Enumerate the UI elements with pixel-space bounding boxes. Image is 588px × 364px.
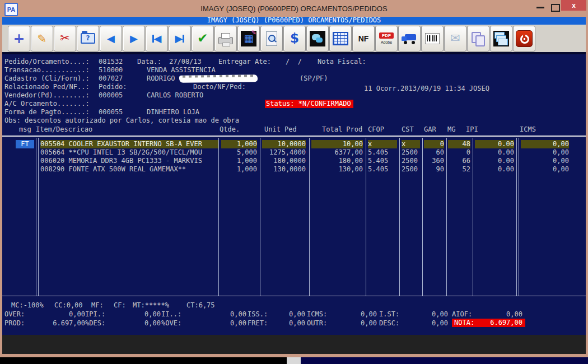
item-unit: 130,0000 <box>262 165 306 174</box>
arrow-left-icon: ◀ <box>107 34 115 44</box>
icms-label: ICMS: <box>307 310 327 319</box>
app-icon: PA <box>4 3 18 16</box>
arrow-right-bar-icon: ▶ <box>175 34 183 44</box>
item-gar: 90 <box>424 165 444 174</box>
item-gar: 0 <box>424 140 444 148</box>
nf-button[interactable]: NF <box>352 26 375 52</box>
iss-value: 0,00 <box>270 310 305 319</box>
metric-mc: MC:-100% <box>11 301 44 310</box>
next-record-button[interactable]: ▶ <box>123 26 145 52</box>
metric-ct: CT:6,75 <box>186 301 215 310</box>
window-title: IMAGY (JOSEQ) (P0600PED) ORCAMENTOS/PEDI… <box>0 4 588 13</box>
maximize-button[interactable] <box>551 4 560 12</box>
forma-pagto-desc: DINHEIRO LOJA <box>147 108 199 116</box>
table-row[interactable]: 008290 FONTE ATX 500W REAL GAMEMAX** 1,0… <box>2 165 586 174</box>
copy-button[interactable] <box>467 26 489 52</box>
confirm-button[interactable]: ✔ <box>192 26 214 52</box>
col-header-ipi: IPI <box>466 125 478 134</box>
item-code-desc: 006020 MEMORIA DDR3 4GB PC1333 - MARKVIS <box>40 157 218 165</box>
item-code-desc: 005664 **CPU INTEL I3 SB/2G/500/TECL/MOU <box>40 148 218 157</box>
summary-separator <box>2 296 586 296</box>
plus-page-icon: + <box>13 31 25 45</box>
application-window: PA IMAGY (JOSEQ) (P0600PED) ORCAMENTOS/P… <box>0 0 588 364</box>
cut-button[interactable]: ✂ <box>54 26 76 52</box>
table-row[interactable]: 005504 COOLER EXAUSTOR INTERNO SB-A EVER… <box>2 140 586 148</box>
pedido-value[interactable]: 081532 <box>99 58 123 66</box>
entregar-value[interactable]: / / <box>286 58 302 66</box>
item-mg: 48 <box>448 140 470 148</box>
transacao-value[interactable]: 510000 <box>99 66 123 74</box>
exit-button[interactable] <box>513 26 535 52</box>
item-cfop: 5.405 <box>368 165 397 174</box>
envelope-icon: ✉ <box>450 32 460 44</box>
bar-icon <box>183 35 184 43</box>
open-search-button[interactable]: ? <box>77 26 99 52</box>
col-header-total: Total Prod <box>322 125 362 134</box>
item-cst: x <box>402 140 420 148</box>
col-header-unit: Unit Ped <box>264 125 297 134</box>
cascade-windows-button[interactable] <box>490 26 512 52</box>
edit-record-button[interactable]: ✎ <box>31 26 53 52</box>
spreadsheet-button[interactable] <box>329 26 352 52</box>
metric-mf: MF: <box>91 301 104 310</box>
status-badge: Status: *N/CONFIRMADO <box>265 100 353 108</box>
item-ipi: 0.00 <box>475 165 514 174</box>
metric-cc: CC:0,00 <box>54 301 83 310</box>
ipi-label: IPI.: <box>85 310 105 319</box>
background-window-dark <box>0 357 287 364</box>
item-icms: 0,00 <box>521 157 569 165</box>
table-row[interactable]: 006020 MEMORIA DDR3 4GB PC1333 - MARKVIS… <box>2 157 586 165</box>
mail-button[interactable]: ✉ <box>444 26 466 52</box>
truck-icon <box>402 33 417 44</box>
relacionado-pedido-label: Pedido: <box>99 83 127 91</box>
os-titlebar: PA IMAGY (JOSEQ) (P0600PED) ORCAMENTOS/P… <box>0 0 588 17</box>
pedido-label: Pedido/Orcamento....: <box>4 58 90 66</box>
metric-mt: MT:*****% <box>133 301 169 310</box>
item-total: 6377,00 <box>311 148 363 157</box>
vendedor-value[interactable]: 000005 <box>99 91 123 100</box>
pdf-button[interactable]: PDF Adobe <box>375 26 398 52</box>
close-button[interactable]: x <box>561 0 586 11</box>
search-document-button[interactable] <box>260 26 283 52</box>
adobe-label: Adobe <box>381 40 392 44</box>
cadastro-value[interactable]: 007027 <box>99 74 123 83</box>
scissors-icon: ✂ <box>60 32 70 44</box>
chat-bubbles-icon <box>310 31 325 46</box>
data-value[interactable]: 27/08/13 <box>169 58 202 66</box>
ove-value: 0,00 <box>185 319 246 328</box>
table-row[interactable]: 005664 **CPU INTEL I3 SB/2G/500/TECL/MOU… <box>2 148 586 157</box>
forma-pagto-value[interactable]: 000055 <box>99 108 123 116</box>
print-button[interactable] <box>214 26 237 52</box>
minimize-button[interactable] <box>536 7 544 8</box>
item-cfop: x <box>368 140 397 148</box>
item-cst: 2500 <box>402 165 420 174</box>
outr-value: 0,00 <box>330 319 377 328</box>
cadastro-tipo: (SP/PF) <box>300 74 328 83</box>
forma-pagto-label: Forma de Pagto......: <box>4 108 90 116</box>
cadastro-name: RODRIGO <box>147 74 175 83</box>
calculator-icon: ▦ ✎ <box>241 31 256 46</box>
first-record-button[interactable]: ◀ <box>146 26 168 52</box>
calculator-button[interactable]: ▦ ✎ <box>237 26 260 52</box>
chat-button[interactable] <box>306 26 329 52</box>
col-header-gar: GAR <box>424 125 436 134</box>
check-icon: ✔ <box>197 32 208 45</box>
item-mg: 52 <box>448 165 470 174</box>
barcode-button[interactable] <box>421 26 444 52</box>
transacao-desc: VENDA ASSISTENCIA <box>147 66 216 74</box>
money-button[interactable]: $ <box>283 26 306 52</box>
last-record-button[interactable]: ▶ <box>169 26 191 52</box>
redaction-blob <box>179 74 258 82</box>
inner-titlebar: IMAGY (JOSEQ) (P0600PED) ORCAMENTOS/PEDI… <box>2 17 586 25</box>
item-unit: 10,0000 <box>262 140 306 148</box>
ist-label: I.ST: <box>379 310 399 319</box>
des-value: 0,00 <box>109 319 161 328</box>
nf-icon: NF <box>358 34 369 43</box>
delivery-button[interactable] <box>398 26 421 52</box>
fret-value: 0,00 <box>270 319 305 328</box>
fret-label: FRET: <box>248 319 268 328</box>
new-record-button[interactable]: + <box>8 26 30 52</box>
previous-record-button[interactable]: ◀ <box>100 26 122 52</box>
item-cst: 2500 <box>402 148 420 157</box>
barcode-icon <box>425 33 440 44</box>
